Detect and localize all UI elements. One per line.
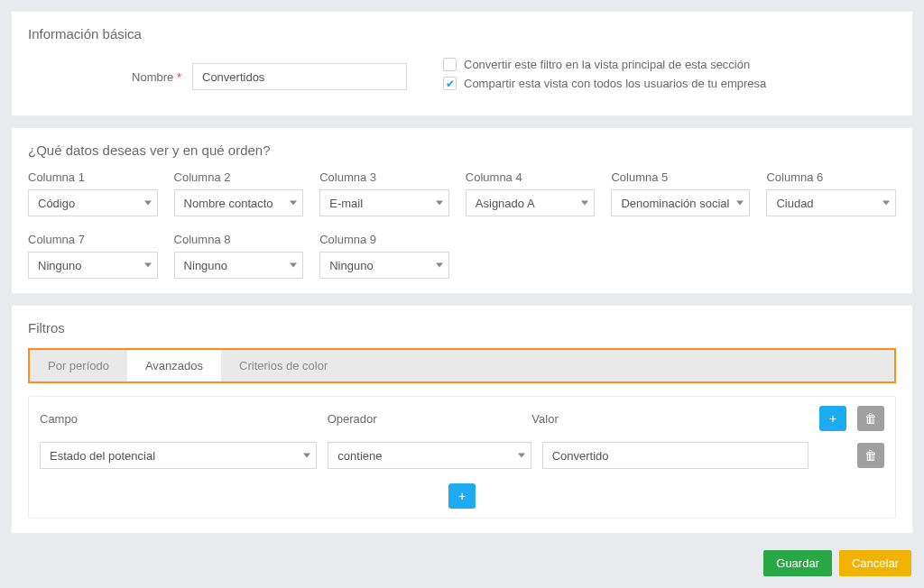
chevron-down-icon: [736, 201, 744, 206]
filter-valor-input[interactable]: [542, 442, 808, 469]
filter-operador-select[interactable]: contiene: [328, 442, 531, 469]
filter-operador-value: contiene: [337, 449, 382, 463]
column-select-value: Código: [38, 197, 75, 210]
chevron-down-icon: [436, 201, 443, 206]
column-select[interactable]: Ninguno: [28, 252, 158, 279]
column-label: Columna 1: [28, 170, 158, 184]
column-select[interactable]: Ciudad: [766, 189, 896, 216]
column-label: Columna 3: [319, 170, 449, 184]
column-select[interactable]: Denominación social: [611, 189, 750, 216]
column-select-value: Asignado A: [476, 197, 535, 210]
column-select-value: Ninguno: [38, 259, 81, 272]
name-label: Nombre *: [28, 70, 181, 84]
column-group: Columna 9 Ninguno: [319, 233, 449, 279]
column-select[interactable]: Nombre contacto: [174, 189, 304, 216]
add-row-button[interactable]: +: [448, 483, 476, 509]
checkbox-share[interactable]: ✔: [443, 77, 457, 90]
chevron-down-icon: [290, 201, 297, 206]
name-input[interactable]: [192, 63, 407, 90]
save-button[interactable]: Guardar: [763, 550, 832, 576]
chevron-down-icon: [144, 263, 152, 268]
trash-icon: 🗑: [864, 448, 877, 463]
checkbox-main-view-label: Convertir este filtro en la vista princi…: [464, 58, 750, 71]
plus-icon: +: [458, 489, 466, 503]
column-select-value: Ninguno: [329, 259, 373, 272]
filter-header-operador: Operador: [328, 412, 522, 426]
chevron-down-icon: [303, 454, 310, 458]
column-select[interactable]: E-mail: [319, 189, 449, 216]
column-select-value: Nombre contacto: [184, 197, 273, 210]
name-field-block: Nombre *: [28, 58, 407, 96]
basic-info-section: Información básica Nombre * Convertir es…: [11, 11, 913, 116]
filter-header-row: Campo Operador Valor + 🗑: [40, 406, 884, 431]
cancel-button[interactable]: Cancelar: [839, 550, 911, 576]
column-group: Columna 4 Asignado A: [466, 170, 596, 216]
column-group: Columna 3 E-mail: [319, 170, 449, 216]
chevron-down-icon: [290, 263, 297, 268]
column-select-value: Ciudad: [776, 197, 813, 210]
columns-section: ¿Qué datos deseas ver y en qué orden? Co…: [11, 127, 913, 294]
column-select[interactable]: Código: [28, 189, 158, 216]
column-group: Columna 2 Nombre contacto: [174, 170, 304, 216]
columns-section-title: ¿Qué datos deseas ver y en qué orden?: [28, 142, 896, 158]
filters-tab-bar: Por período Avanzados Criterios de color: [28, 348, 896, 383]
filters-section: Filtros Por período Avanzados Criterios …: [11, 305, 913, 534]
filter-campo-select[interactable]: Estado del potencial: [40, 442, 317, 469]
filters-section-title: Filtros: [28, 320, 896, 335]
column-select[interactable]: Ninguno: [319, 252, 449, 279]
chevron-down-icon: [581, 201, 588, 206]
checkbox-row-main-view: Convertir este filtro en la vista princi…: [443, 58, 896, 71]
required-asterisk: *: [177, 70, 181, 84]
column-group: Columna 5 Denominación social: [611, 170, 750, 216]
column-label: Columna 8: [174, 233, 304, 246]
footer-actions: Guardar Cancelar: [11, 545, 913, 578]
chevron-down-icon: [144, 201, 152, 206]
tab-advanced[interactable]: Avanzados: [127, 350, 221, 381]
options-checkbox-list: Convertir este filtro en la vista princi…: [443, 58, 896, 96]
checkbox-share-label: Compartir esta vista con todos los usuar…: [464, 77, 766, 90]
column-label: Columna 2: [174, 170, 304, 184]
column-select-value: Denominación social: [621, 197, 729, 210]
columns-grid: Columna 1 Código Columna 2 Nombre contac…: [28, 170, 896, 279]
column-group: Columna 8 Ninguno: [174, 233, 304, 279]
delete-row-button[interactable]: 🗑: [857, 443, 884, 468]
trash-icon: 🗑: [864, 411, 877, 426]
column-label: Columna 5: [611, 170, 750, 184]
column-group: Columna 1 Código: [28, 170, 158, 216]
chevron-down-icon: [882, 201, 890, 206]
checkbox-row-share: ✔ Compartir esta vista con todos los usu…: [443, 77, 896, 90]
tab-color-criteria[interactable]: Criterios de color: [221, 350, 346, 381]
filter-row: Estado del potencial contiene 🗑: [40, 442, 884, 469]
add-filter-button[interactable]: +: [819, 406, 846, 431]
check-icon: ✔: [446, 78, 455, 90]
chevron-down-icon: [518, 454, 525, 458]
column-select[interactable]: Asignado A: [466, 189, 596, 216]
column-select[interactable]: Ninguno: [174, 252, 304, 279]
filter-header-campo: Campo: [40, 412, 317, 426]
column-label: Columna 9: [319, 233, 449, 246]
clear-filters-button[interactable]: 🗑: [857, 406, 884, 431]
filter-campo-value: Estado del potencial: [50, 449, 155, 463]
column-select-value: E-mail: [329, 197, 363, 210]
plus-icon: +: [829, 411, 836, 426]
checkbox-main-view[interactable]: [443, 58, 457, 71]
filter-header-valor: Valor: [531, 412, 808, 426]
tab-by-period[interactable]: Por período: [30, 350, 127, 381]
basic-info-title: Información básica: [28, 26, 896, 41]
chevron-down-icon: [436, 263, 443, 268]
column-select-value: Ninguno: [184, 259, 227, 272]
filter-panel: Campo Operador Valor + 🗑 Estado del pote…: [28, 396, 896, 519]
column-group: Columna 7 Ninguno: [28, 233, 158, 279]
column-label: Columna 4: [466, 170, 596, 184]
column-group: Columna 6 Ciudad: [766, 170, 896, 216]
column-label: Columna 7: [28, 233, 158, 246]
column-label: Columna 6: [766, 170, 896, 184]
